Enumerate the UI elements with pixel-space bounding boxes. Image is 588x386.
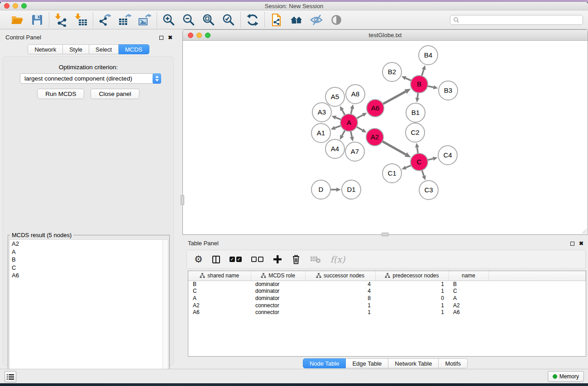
network-graph[interactable]: B4B2BB3A5A8A6A3B1AC2A1A2A4A7C4CC1DD1C3 — [183, 41, 588, 234]
graph-node-A1[interactable]: A1 — [311, 124, 330, 143]
bottom-splitter-handle[interactable] — [382, 233, 389, 236]
tab-edge-table[interactable]: Edge Table — [346, 358, 388, 368]
show-panels-button[interactable] — [5, 371, 16, 382]
edge-A-A5[interactable] — [342, 110, 345, 115]
table-cell[interactable]: A6 — [188, 309, 251, 316]
edge-C-C2[interactable] — [417, 148, 418, 153]
zoom-fit-icon[interactable] — [202, 13, 215, 27]
table-row[interactable]: A6connector11A6 — [188, 309, 586, 316]
edge-C-C4[interactable] — [427, 159, 433, 160]
table-cell[interactable]: 1 — [375, 309, 449, 316]
table-cell[interactable]: B — [188, 281, 251, 288]
edge-A-A1[interactable] — [335, 126, 341, 128]
table-row[interactable]: Cdominator41C — [188, 288, 586, 295]
edge-B-B2[interactable] — [406, 78, 411, 81]
show-columns-icon[interactable] — [212, 256, 220, 263]
table-cell[interactable]: connector — [251, 309, 305, 316]
function-builder-icon[interactable]: f(x) — [330, 254, 345, 264]
edge-B-B3[interactable] — [428, 86, 434, 87]
hide-selected-icon[interactable] — [310, 13, 323, 27]
close-panel-icon[interactable]: ✖ — [168, 35, 172, 40]
table-cell[interactable]: B — [449, 281, 488, 288]
table-cell[interactable]: A — [449, 295, 488, 302]
table-row[interactable]: Adominator80A — [188, 295, 586, 302]
column-header-successor-nodes[interactable]: successor nodes — [305, 271, 375, 281]
edge-A-A8[interactable] — [351, 109, 352, 114]
graph-node-C2[interactable]: C2 — [406, 123, 425, 142]
table-cell[interactable]: A — [188, 295, 251, 302]
tab-network[interactable]: Network — [28, 44, 63, 54]
table-cell[interactable]: 1 — [375, 281, 449, 288]
tab-motifs[interactable]: Motifs — [439, 358, 468, 368]
graph-node-D[interactable]: D — [311, 180, 330, 199]
search-input[interactable] — [461, 16, 583, 24]
result-item[interactable]: A6 — [10, 272, 168, 280]
close-panel-button[interactable]: Close panel — [91, 89, 139, 99]
graph-node-B[interactable]: B — [411, 76, 428, 93]
graph-node-B4[interactable]: B4 — [419, 46, 438, 65]
edge-A6-B[interactable] — [383, 91, 406, 104]
graph-node-B1[interactable]: B1 — [406, 103, 425, 122]
tab-mcds[interactable]: MCDS — [119, 44, 149, 54]
column-header-predecessor-nodes[interactable]: predecessor nodes — [375, 271, 449, 281]
edge-B-B4[interactable] — [422, 69, 424, 76]
result-item[interactable]: A2 — [10, 240, 168, 248]
open-file-icon[interactable] — [10, 13, 24, 27]
graph-node-C[interactable]: C — [411, 153, 428, 171]
table-cell[interactable]: 1 — [375, 288, 449, 295]
table-settings-icon[interactable]: ⚙ — [194, 254, 203, 264]
edge-A-A4[interactable] — [342, 130, 345, 136]
first-neighbors-icon[interactable] — [290, 13, 303, 27]
select-all-icon[interactable]: ✓✓ — [229, 257, 242, 262]
graph-node-B2[interactable]: B2 — [382, 62, 402, 81]
edge-C-C3[interactable] — [422, 170, 424, 176]
export-image-icon[interactable] — [138, 13, 152, 27]
tab-node-table[interactable]: Node Table — [303, 358, 346, 368]
table-cell[interactable]: 1 — [305, 309, 375, 316]
search-box[interactable] — [450, 15, 583, 25]
apply-layout-icon[interactable] — [246, 13, 259, 27]
zoom-out-icon[interactable] — [182, 13, 196, 27]
graph-node-A8[interactable]: A8 — [346, 85, 365, 104]
edge-A-A2[interactable] — [357, 127, 363, 130]
edge-A-A3[interactable] — [336, 118, 341, 119]
column-header-MCDS-role[interactable]: MCDS role — [251, 271, 305, 281]
tab-style[interactable]: Style — [63, 44, 89, 54]
result-list-scrollbar[interactable] — [163, 240, 168, 383]
mcds-result-list[interactable]: A2ABCA6 — [9, 239, 168, 383]
table-cell[interactable]: dominator — [251, 281, 305, 288]
zoom-in-icon[interactable] — [162, 13, 176, 27]
add-column-icon[interactable] — [273, 255, 282, 264]
result-item[interactable]: C — [10, 264, 168, 272]
edge-B-B1[interactable] — [417, 93, 418, 98]
left-splitter-handle[interactable] — [181, 195, 184, 205]
table-cell[interactable]: 8 — [305, 295, 375, 302]
tab-select[interactable]: Select — [89, 44, 119, 54]
graph-node-C4[interactable]: C4 — [438, 146, 457, 165]
criterion-dropdown[interactable]: largest connected component (directed) — [20, 73, 161, 84]
show-all-icon[interactable] — [330, 13, 343, 27]
run-mcds-button[interactable]: Run MCDS — [37, 89, 84, 99]
graph-node-D1[interactable]: D1 — [342, 180, 361, 199]
table-cell[interactable]: C — [188, 288, 251, 295]
table-cell[interactable]: C — [449, 288, 488, 295]
graph-node-A7[interactable]: A7 — [345, 142, 364, 161]
result-item[interactable]: B — [10, 256, 168, 264]
table-cell[interactable]: A2 — [449, 302, 488, 309]
float-panel-icon[interactable] — [159, 36, 163, 40]
table-cell[interactable]: 0 — [375, 295, 449, 302]
table-cell[interactable]: A6 — [449, 309, 488, 316]
table-cell[interactable]: 1 — [305, 302, 375, 309]
table-cell[interactable]: connector — [251, 302, 305, 309]
delete-columns-icon[interactable] — [292, 254, 301, 264]
import-network-icon[interactable] — [54, 13, 68, 27]
edge-A-A6[interactable] — [357, 115, 363, 119]
table-row[interactable]: A2connector11A2 — [188, 302, 586, 309]
clear-table-icon[interactable] — [310, 255, 321, 263]
edge-A-A7[interactable] — [351, 131, 352, 137]
zoom-selected-icon[interactable] — [222, 13, 235, 27]
close-table-panel-icon[interactable]: ✖ — [579, 241, 583, 246]
table-cell[interactable]: dominator — [251, 288, 305, 295]
graph-node-A4[interactable]: A4 — [325, 139, 344, 158]
edge-A2-C[interactable] — [382, 141, 406, 154]
